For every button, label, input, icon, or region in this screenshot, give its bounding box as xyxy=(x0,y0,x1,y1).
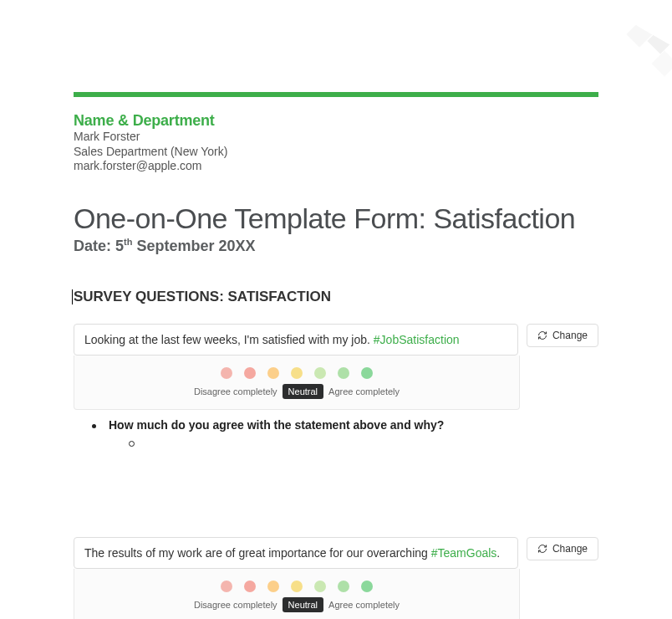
scale-label-right: Agree completely xyxy=(328,600,400,610)
department-line: Sales Department (New York) xyxy=(74,145,598,160)
scale-label-left: Disagree completely xyxy=(194,600,277,610)
survey-heading: SURVEY QUESTIONS: SATISFACTION xyxy=(74,289,598,305)
scale-dot-7[interactable] xyxy=(361,367,373,379)
date-line: Date: 5th September 20XX xyxy=(74,237,598,255)
scale-label-right: Agree completely xyxy=(328,386,400,396)
scale-dot-2[interactable] xyxy=(244,581,256,592)
scale-dot-3[interactable] xyxy=(267,581,279,592)
refresh-icon xyxy=(537,330,547,340)
change-button-1[interactable]: Change xyxy=(527,324,598,347)
scale-dot-1[interactable] xyxy=(221,367,232,379)
question-block-2: The results of my work are of great impo… xyxy=(74,537,598,620)
scale-dot-4[interactable] xyxy=(291,367,303,379)
change-button-2[interactable]: Change xyxy=(527,537,598,560)
scale-dot-4[interactable] xyxy=(291,581,303,592)
question-block-1: Looking at the last few weeks, I'm satis… xyxy=(74,324,598,447)
question-input-1[interactable]: Looking at the last few weeks, I'm satis… xyxy=(74,324,518,356)
scale-dot-6[interactable] xyxy=(338,367,349,379)
scale-dot-7[interactable] xyxy=(361,581,373,592)
scale-label-neutral: Neutral xyxy=(283,597,323,612)
followup-answer-bullet-1[interactable] xyxy=(140,438,598,447)
scale-dot-2[interactable] xyxy=(244,367,256,379)
text-cursor xyxy=(72,289,73,304)
section-label: Name & Department xyxy=(74,112,598,130)
scale-dot-3[interactable] xyxy=(267,367,279,379)
scale-label-neutral: Neutral xyxy=(283,384,323,399)
header-green-bar xyxy=(74,92,598,97)
question-input-2[interactable]: The results of my work are of great impo… xyxy=(74,537,518,569)
scale-dot-5[interactable] xyxy=(314,581,326,592)
scale-label-left: Disagree completely xyxy=(194,386,277,396)
likert-scale-2: Disagree completely Neutral Agree comple… xyxy=(74,569,520,620)
refresh-icon xyxy=(537,544,547,554)
page-title: One-on-One Template Form: Satisfaction xyxy=(74,202,598,235)
scale-dot-5[interactable] xyxy=(314,367,326,379)
scale-dot-6[interactable] xyxy=(338,581,349,592)
likert-scale-1: Disagree completely Neutral Agree comple… xyxy=(74,356,520,410)
name-line: Mark Forster xyxy=(74,130,598,145)
followup-question-1: How much do you agree with the statement… xyxy=(109,418,598,432)
scale-dot-1[interactable] xyxy=(221,581,232,592)
email-line: mark.forster@apple.com xyxy=(74,159,598,174)
document-page: Name & Department Mark Forster Sales Dep… xyxy=(0,0,672,619)
